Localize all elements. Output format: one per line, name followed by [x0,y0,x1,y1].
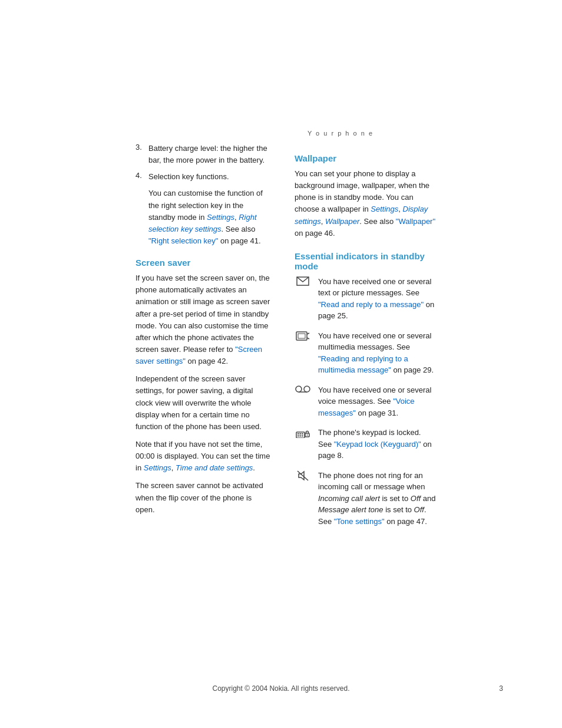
ind5-text-start: The phone does not ring for an incoming … [318,471,425,492]
keypad-lock-icon [295,427,311,438]
indicator-multimedia: You have received one or several multime… [295,330,436,376]
ind4-link[interactable]: "Keypad lock (Keyguard)" [334,440,421,449]
left-column: 3. Battery charge level: the higher the … [135,143,271,535]
list-item-4: 4. Selection key functions. [135,171,271,183]
screen-saver-p3-period: . [253,463,255,472]
svg-rect-9 [297,433,299,434]
ind2-text-start: You have received one or several multime… [318,331,431,352]
ind5-text-mid3: is set to [384,505,414,514]
wallpaper-link3[interactable]: Wallpaper [325,217,359,226]
ind5-italic3: Message alert tone [318,505,384,514]
envelope-icon [295,276,311,286]
indicator-envelope-text: You have received one or several text or… [318,276,436,322]
voicemail-svg [295,385,310,393]
selection-link1[interactable]: Settings [207,213,234,222]
footer: Copyright © 2004 Nokia. All rights reser… [0,684,562,693]
screen-saver-p1: If you have set the screen saver on, the… [135,274,270,354]
wallpaper-body-end: on page 46. [295,229,335,238]
svg-rect-12 [297,436,299,437]
footer-copyright: Copyright © 2004 Nokia. All rights reser… [213,684,350,693]
screen-saver-link2[interactable]: Settings [144,463,171,472]
screen-saver-link3[interactable]: Time and date settings [176,463,253,472]
essential-indicators-section: Essential indicators in standby mode You… [295,251,436,528]
screen-saver-p3-comma: , [171,463,176,472]
ind2-text-end: on page 29. [391,365,434,374]
footer-page-num: 3 [499,684,503,693]
selection-page: on page 41. [218,236,260,245]
indicator-envelope: You have received one or several text or… [295,276,436,322]
svg-rect-8 [296,432,305,438]
indicator-multimedia-text: You have received one or several multime… [318,330,436,376]
ind5-link[interactable]: "Tone settings" [334,517,385,526]
wallpaper-comma2: , [321,217,325,226]
indicator-silent-text: The phone does not ring for an incoming … [318,470,436,528]
selection-period: . See also [222,225,256,233]
svg-point-6 [304,386,310,392]
svg-point-16 [307,434,308,436]
wallpaper-body-mid: . See also [359,217,395,226]
screen-saver-para2: Independent of the screen saver settings… [135,373,271,433]
keypad-lock-svg [296,427,310,438]
ind5-italic4: Off [414,505,424,514]
page-header: Y o u r p h o n e [0,0,562,143]
wallpaper-heading: Wallpaper [295,153,436,163]
wallpaper-comma1: , [398,205,402,213]
header-label: Y o u r p h o n e [308,130,373,137]
list-num-4: 4. [135,171,148,183]
ind5-italic1: Incoming call alert [318,494,380,503]
indicator-voicemail: You have received one or several voice m… [295,384,436,419]
selection-link3[interactable]: "Right selection key" [148,236,218,245]
screen-saver-heading: Screen saver [135,258,271,268]
ind3-text-end: on page 31. [356,409,398,417]
silent-svg [297,470,309,481]
ind5-text-end: on page 47. [385,517,427,526]
list-num-3: 3. [135,143,148,166]
list-content-4: Selection key functions. [148,171,229,183]
silent-icon [295,470,311,481]
ind1-link[interactable]: "Read and reply to a message" [318,300,424,309]
svg-rect-10 [300,433,302,434]
ind5-text-mid1: is set to [380,494,411,503]
indicator-keypad-lock-text: The phone's keypad is locked. See "Keypa… [318,427,436,462]
indicator-silent: The phone does not ring for an incoming … [295,470,436,528]
screen-saver-para4: The screen saver cannot be activated whe… [135,480,271,515]
list-content-3: Battery charge level: the higher the bar… [148,143,271,166]
svg-rect-13 [300,436,302,437]
right-column: Wallpaper You can set your phone to disp… [295,143,436,535]
svg-rect-2 [298,334,305,338]
envelope-svg [296,276,309,286]
ind5-text-mid2: and [421,494,435,503]
main-content: 3. Battery charge level: the higher the … [0,143,562,535]
list-item-3: 3. Battery charge level: the higher the … [135,143,271,166]
essential-indicators-heading: Essential indicators in standby mode [295,251,436,271]
ind3-text-start: You have received one or several voice m… [318,386,431,406]
screen-saver-p1-end: on page 42. [186,357,228,365]
indicator-voicemail-text: You have received one or several voice m… [318,384,436,419]
selection-key-para: You can customise the function of the ri… [148,187,271,247]
voicemail-icon [295,384,311,393]
svg-rect-14 [302,436,303,437]
page-container: Y o u r p h o n e 3. Battery charge leve… [0,0,562,728]
multimedia-svg [296,331,310,341]
indicator-keypad-lock: The phone's keypad is locked. See "Keypa… [295,427,436,462]
svg-point-5 [296,386,302,392]
ind1-text-start: You have received one or several text or… [318,277,431,298]
screen-saver-para3: Note that if you have not set the time, … [135,439,271,474]
wallpaper-link1[interactable]: Settings [371,205,398,213]
wallpaper-body: You can set your phone to display a back… [295,168,436,239]
wallpaper-section: Wallpaper You can set your phone to disp… [295,153,436,239]
ind5-italic2: Off [411,494,421,503]
svg-rect-11 [302,433,303,434]
multimedia-icon [295,330,311,341]
screen-saver-para1: If you have set the screen saver on, the… [135,272,271,367]
wallpaper-link4[interactable]: "Wallpaper" [396,217,435,226]
